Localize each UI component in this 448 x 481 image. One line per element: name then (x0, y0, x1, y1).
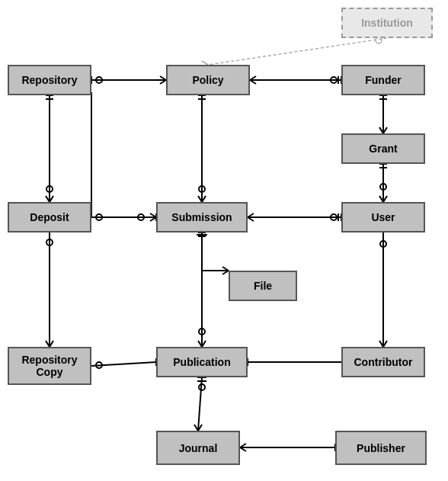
entity-contributor: Contributor (341, 347, 425, 377)
svg-line-45 (248, 217, 254, 221)
svg-point-60 (199, 329, 205, 335)
svg-line-32 (379, 196, 383, 202)
svg-line-0 (208, 38, 387, 65)
svg-line-17 (46, 196, 50, 202)
svg-point-48 (331, 214, 337, 220)
entity-policy: Policy (166, 65, 250, 95)
svg-point-3 (376, 37, 382, 43)
entity-repository_copy: Repository Copy (8, 347, 91, 385)
svg-line-33 (383, 196, 387, 202)
svg-point-8 (96, 77, 102, 83)
svg-point-19 (46, 186, 53, 192)
svg-line-73 (383, 341, 387, 347)
svg-line-80 (198, 377, 202, 431)
svg-line-59 (202, 341, 206, 347)
svg-line-64 (46, 341, 50, 347)
svg-line-18 (50, 196, 53, 202)
svg-line-53 (222, 267, 229, 271)
entity-deposit: Deposit (8, 202, 91, 232)
diagram-container: InstitutionPolicyRepositoryFunderGrantDe… (0, 0, 448, 481)
entity-grant: Grant (341, 133, 425, 164)
svg-point-50 (96, 214, 102, 220)
svg-line-66 (91, 362, 156, 366)
entity-file: File (229, 271, 297, 301)
svg-line-44 (248, 213, 254, 217)
svg-line-58 (198, 341, 202, 347)
svg-line-38 (198, 196, 202, 202)
svg-point-71 (380, 241, 386, 247)
svg-line-54 (222, 271, 229, 274)
svg-line-22 (150, 213, 156, 217)
svg-point-83 (199, 384, 205, 390)
svg-line-88 (240, 447, 246, 451)
svg-line-72 (379, 341, 383, 347)
svg-line-5 (160, 76, 166, 80)
entity-institution: Institution (341, 8, 433, 38)
entity-funder: Funder (341, 65, 425, 95)
svg-line-28 (383, 127, 387, 133)
svg-line-87 (240, 444, 246, 447)
entity-repository: Repository (8, 65, 91, 95)
svg-line-23 (150, 217, 156, 221)
svg-line-12 (250, 80, 256, 84)
svg-line-81 (194, 425, 198, 431)
svg-point-34 (380, 184, 386, 190)
svg-line-82 (198, 425, 202, 431)
entity-publication: Publication (156, 347, 248, 377)
entity-submission: Submission (156, 202, 248, 232)
svg-line-6 (160, 80, 166, 84)
entity-publisher: Publisher (335, 431, 427, 465)
svg-point-40 (199, 186, 205, 192)
svg-point-15 (331, 77, 337, 83)
entity-journal: Journal (156, 431, 240, 465)
svg-point-63 (46, 239, 53, 245)
svg-line-65 (50, 341, 53, 347)
svg-line-27 (379, 127, 383, 133)
svg-point-24 (138, 214, 144, 220)
svg-point-67 (96, 362, 102, 368)
svg-line-11 (250, 76, 256, 80)
svg-line-39 (202, 196, 206, 202)
entity-user: User (341, 202, 425, 232)
